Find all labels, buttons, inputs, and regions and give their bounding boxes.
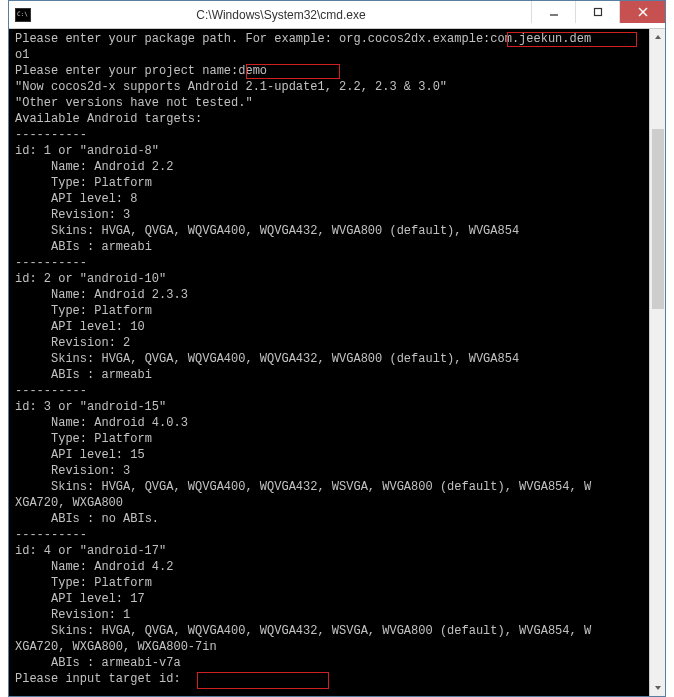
close-button[interactable] [619,1,665,23]
terminal-line: Skins: HVGA, QVGA, WQVGA400, WQVGA432, W… [15,479,659,495]
svg-marker-4 [655,35,661,39]
terminal-line: API level: 15 [15,447,659,463]
terminal-line: "Now cocos2d-x supports Android 2.1-upda… [15,79,659,95]
terminal-line: o1 [15,47,659,63]
scroll-down-button[interactable] [650,680,665,696]
terminal-line: XGA720, WXGA800 [15,495,659,511]
scroll-up-button[interactable] [650,29,665,45]
window-title: C:\Windows\System32\cmd.exe [31,8,531,22]
terminal-line: Name: Android 4.2 [15,559,659,575]
terminal-line: ABIs : armeabi [15,239,659,255]
cmd-window: C:\Windows\System32\cmd.exe Please enter… [8,0,666,697]
terminal-line: Please enter your project name:demo [15,63,659,79]
window-controls [531,1,665,28]
titlebar[interactable]: C:\Windows\System32\cmd.exe [9,1,665,29]
terminal-line: API level: 17 [15,591,659,607]
svg-marker-5 [655,686,661,690]
terminal-output[interactable]: Please enter your package path. For exam… [9,29,665,696]
terminal-line: Revision: 3 [15,207,659,223]
terminal-line: Skins: HVGA, QVGA, WQVGA400, WQVGA432, W… [15,223,659,239]
terminal-line: Revision: 3 [15,463,659,479]
maximize-button[interactable] [575,1,619,23]
terminal-line: Please enter your package path. For exam… [15,31,659,47]
terminal-line: Name: Android 2.2 [15,159,659,175]
cmd-icon [15,8,31,22]
terminal-line: Skins: HVGA, QVGA, WQVGA400, WQVGA432, W… [15,351,659,367]
terminal-line: Name: Android 4.0.3 [15,415,659,431]
terminal-line: Type: Platform [15,303,659,319]
terminal-line: Please input target id: [15,671,659,687]
terminal-line: "Other versions have not tested." [15,95,659,111]
terminal-line: Skins: HVGA, QVGA, WQVGA400, WQVGA432, W… [15,623,659,639]
terminal-line: Revision: 1 [15,607,659,623]
terminal-line: Type: Platform [15,175,659,191]
terminal-line: ---------- [15,127,659,143]
terminal-line: Name: Android 2.3.3 [15,287,659,303]
terminal-line: Available Android targets: [15,111,659,127]
terminal-line: ---------- [15,383,659,399]
terminal-line: id: 3 or "android-15" [15,399,659,415]
terminal-line: Type: Platform [15,575,659,591]
terminal-line: API level: 8 [15,191,659,207]
terminal-line: id: 1 or "android-8" [15,143,659,159]
vertical-scrollbar[interactable] [649,29,665,696]
terminal-line: ABIs : armeabi [15,367,659,383]
terminal-line: ---------- [15,255,659,271]
svg-rect-1 [594,9,601,16]
terminal-line: id: 4 or "android-17" [15,543,659,559]
terminal-line: ---------- [15,527,659,543]
terminal-line: XGA720, WXGA800, WXGA800-7in [15,639,659,655]
minimize-button[interactable] [531,1,575,23]
terminal-line: API level: 10 [15,319,659,335]
terminal-line: ABIs : armeabi-v7a [15,655,659,671]
terminal-line: ABIs : no ABIs. [15,511,659,527]
terminal-line: id: 2 or "android-10" [15,271,659,287]
terminal-line: Revision: 2 [15,335,659,351]
scroll-thumb[interactable] [652,129,664,309]
terminal-line: Type: Platform [15,431,659,447]
